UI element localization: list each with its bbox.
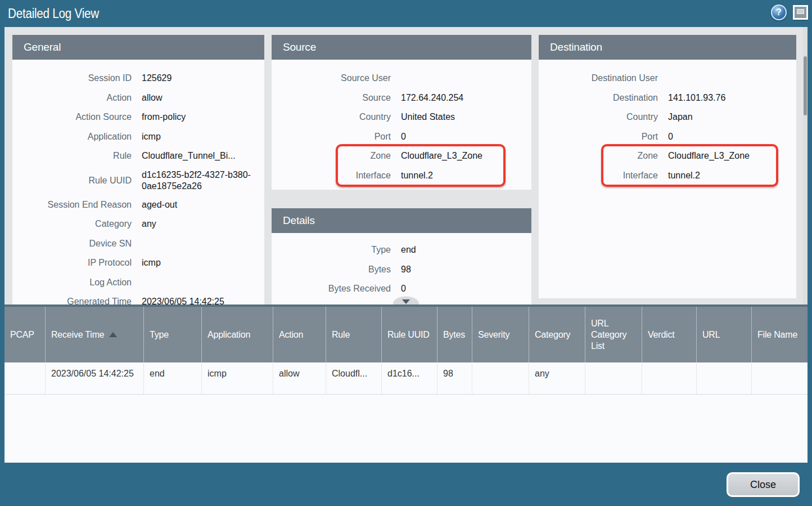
panel-source-body: Source User Source172.64.240.254 Country… [272,60,531,185]
column-header-action[interactable]: Action [273,307,326,362]
field-row: Destination User [548,69,787,88]
cell-rule-uuid: d1c16... [382,362,437,394]
column-header-type[interactable]: Type [144,307,202,362]
cell-receive-time: 2023/06/05 14:42:25 [46,362,144,394]
panel-details: Details Typeend Bytes98 Bytes Received0 [272,208,531,305]
panel-destination-body: Destination User Destination141.101.93.7… [539,60,796,185]
field-row: Log Action [21,273,255,293]
column-header-file-name[interactable]: File Name [752,307,808,362]
panel-source: Source Source User Source172.64.240.254 … [272,35,531,190]
field-label: Session End Reason [21,200,132,210]
field-label: Port [548,132,658,142]
panel-details-header: Details [272,208,531,233]
cell-url-category-list [585,362,642,394]
field-row: Interfacetunnel.2 [281,166,522,186]
field-label: Action Source [21,112,132,122]
field-label: Source User [281,73,391,83]
field-label: Application [21,132,132,142]
cell-file-name [752,362,808,394]
field-label: Interface [548,171,658,181]
table-row[interactable]: 2023/06/05 14:42:25 end icmp allow Cloud… [4,362,808,395]
field-row: Typeend [281,240,522,260]
chevron-down-icon [402,299,410,304]
column-header-pcap[interactable]: PCAP [4,307,46,362]
column-header-severity[interactable]: Severity [472,307,529,362]
field-row: Interfacetunnel.2 [548,166,787,186]
column-label: Application [207,329,250,341]
column-header-rule[interactable]: Rule [326,307,382,362]
field-row: Bytes98 [281,260,522,280]
field-row: Source172.64.240.254 [281,88,522,108]
field-row: Categoryany [21,214,255,234]
field-value: 125629 [142,73,255,83]
column-label: Verdict [648,329,675,341]
column-label: Rule UUID [387,329,430,341]
column-header-verdict[interactable]: Verdict [642,307,697,362]
field-value: aged-out [142,200,255,210]
field-value: d1c16235-b2f2-4327-b380-0ae1875e2a26 [142,169,255,191]
zone-interface-group: ZoneCloudflare_L3_Zone Interfacetunnel.2 [548,146,787,185]
field-value: 172.64.240.254 [401,93,522,103]
dialog-footer: Close [0,463,812,506]
field-label: Log Action [21,277,132,288]
field-row: Device SN [21,234,255,254]
field-row: CountryJapan [548,108,787,127]
cell-action: allow [273,362,326,394]
field-row: Port0 [281,127,522,147]
column-header-url-category-list[interactable]: URL Category List [585,307,642,362]
panel-general-header: General [12,35,264,60]
field-value: allow [142,93,255,103]
table-header: PCAP Receive Time Type Application Actio… [4,307,808,362]
column-label: Type [150,329,169,341]
field-label: Source [281,93,391,103]
column-label: URL Category List [591,318,637,352]
field-value: tunnel.2 [668,171,787,181]
cell-rule: Cloudfl... [326,362,382,394]
field-value: 141.101.93.76 [668,93,787,103]
log-table: PCAP Receive Time Type Application Actio… [4,305,808,463]
cell-url [697,362,752,394]
field-label: Session ID [21,73,132,83]
field-row: Bytes Received0 [281,279,522,299]
field-value: Cloudflare_L3_Zone [668,151,787,161]
titlebar: Detailed Log View ? [0,0,812,27]
detailed-log-view-dialog: Detailed Log View ? General Session ID12… [0,0,812,506]
cell-category: any [529,362,585,394]
field-value: end [401,245,522,255]
field-row: ZoneCloudflare_L3_Zone [548,146,787,166]
field-label: Country [281,112,391,122]
help-icon[interactable]: ? [771,5,787,20]
column-label: Category [535,329,570,341]
field-label: Device SN [21,239,132,249]
log-detail-panels: General Session ID125629 Actionallow Act… [4,27,808,305]
column-label: Action [279,329,303,341]
window-restore-icon[interactable] [793,5,808,20]
field-row: Action Sourcefrom-policy [21,108,255,127]
column-header-url[interactable]: URL [697,307,752,362]
column-label: Severity [478,329,509,341]
column-header-category[interactable]: Category [529,307,585,362]
cell-severity [472,362,529,394]
field-row: CountryUnited States [281,108,522,127]
column-label: PCAP [10,329,34,341]
field-row: Rule UUIDd1c16235-b2f2-4327-b380-0ae1875… [21,166,255,195]
field-label: IP Protocol [21,258,132,268]
column-label: File Name [757,329,797,341]
column-header-bytes[interactable]: Bytes [437,307,472,362]
field-label: Category [21,219,132,229]
field-label: Zone [548,151,658,161]
column-label: Receive Time [51,329,105,341]
table-empty-area [4,395,808,463]
column-header-rule-uuid[interactable]: Rule UUID [382,307,437,362]
field-label: Destination User [548,73,658,83]
field-value: 0 [668,132,787,142]
field-value: icmp [142,132,255,142]
column-label: Bytes [443,329,465,341]
scrollbar-thumb[interactable] [804,56,807,115]
field-row: Destination141.101.93.76 [548,88,787,108]
column-header-receive-time[interactable]: Receive Time [46,307,144,362]
column-header-application[interactable]: Application [202,307,273,362]
vertical-scrollbar[interactable] [803,27,808,305]
close-button[interactable]: Close [727,472,800,497]
panel-destination: Destination Destination User Destination… [539,35,796,298]
